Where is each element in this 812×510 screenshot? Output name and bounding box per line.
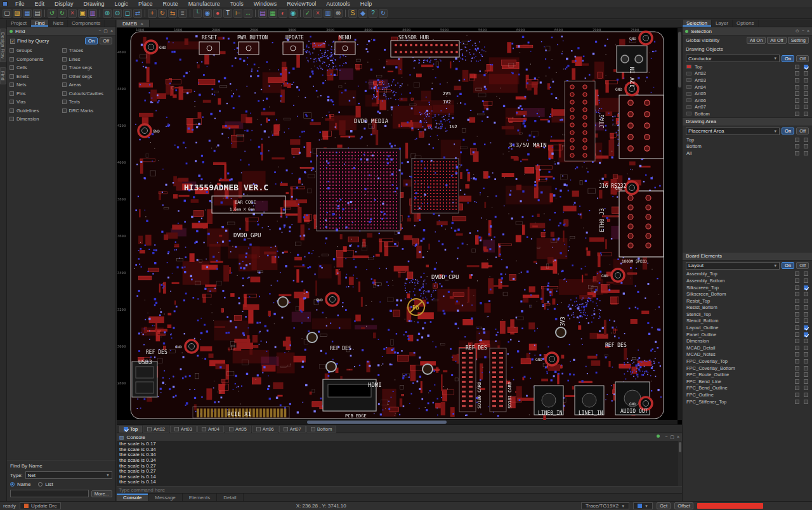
- board-element-checkbox-1[interactable]: [795, 312, 799, 317]
- checkbox[interactable]: [10, 57, 14, 62]
- conductor-layer-row[interactable]: Art03: [683, 77, 812, 84]
- board-element-checkbox-1[interactable]: [795, 318, 799, 323]
- board-element-row[interactable]: Silkscreen_Top: [683, 284, 812, 291]
- conductor-layer-row[interactable]: Art04: [683, 84, 812, 91]
- find-checkbox-item[interactable]: Texts: [62, 99, 114, 105]
- layer-checkbox-1[interactable]: [795, 112, 799, 116]
- board-element-checkbox-1[interactable]: [795, 346, 799, 350]
- copy-icon[interactable]: ▣: [78, 9, 87, 18]
- layer-checkbox-1[interactable]: [795, 78, 799, 82]
- minimize-icon[interactable]: −: [98, 29, 101, 34]
- left-panel-tab[interactable]: Components: [68, 20, 105, 27]
- refresh-icon[interactable]: ↻: [379, 9, 388, 18]
- placement-off-button[interactable]: Off: [796, 128, 809, 134]
- board-element-checkbox-2[interactable]: [804, 312, 808, 317]
- menu-item[interactable]: File: [10, 1, 30, 7]
- board-element-checkbox-1[interactable]: [795, 271, 799, 276]
- board-element-checkbox-1[interactable]: [795, 400, 799, 404]
- find-checkbox-item[interactable]: Enets: [10, 74, 61, 79]
- right-panel-tab[interactable]: Layer: [712, 20, 733, 27]
- layer-checkbox-1[interactable]: [795, 85, 799, 89]
- menu-item[interactable]: Logic: [110, 1, 134, 7]
- rail-tab[interactable]: Find: [0, 67, 6, 84]
- global-visibility-button[interactable]: All On: [747, 37, 766, 44]
- board-element-checkbox-1[interactable]: [795, 305, 799, 310]
- board-element-row[interactable]: FPC_Coverlay_Top: [683, 358, 812, 365]
- left-panel-tab[interactable]: Nets: [49, 20, 67, 27]
- error-marker-icon[interactable]: ×: [313, 9, 322, 18]
- board-element-checkbox-1[interactable]: [795, 359, 799, 363]
- drawing-area-row[interactable]: All: [683, 150, 812, 157]
- board-element-checkbox-1[interactable]: [795, 366, 799, 370]
- conductor-layer-row[interactable]: Art05: [683, 90, 812, 97]
- console-log[interactable]: the scale is 0.19the scale is 0.19the sc…: [117, 441, 682, 486]
- layer-checkbox-2[interactable]: [804, 91, 808, 96]
- board-element-row[interactable]: FPC_Outline: [683, 391, 812, 398]
- command-input[interactable]: [119, 487, 680, 493]
- checkbox[interactable]: [62, 108, 67, 113]
- board-element-checkbox-2[interactable]: [804, 299, 808, 303]
- board-element-checkbox-2[interactable]: [804, 278, 808, 283]
- route-icon[interactable]: └: [193, 9, 202, 18]
- board-element-checkbox-2[interactable]: [804, 386, 808, 390]
- find-checkbox-item[interactable]: Traces: [62, 48, 114, 53]
- layer-checkbox-1[interactable]: [795, 65, 799, 69]
- layer-checkbox-2[interactable]: [804, 65, 808, 69]
- conductor-layer-row[interactable]: Art07: [683, 104, 812, 111]
- print-icon[interactable]: ▤: [33, 9, 42, 18]
- close-icon[interactable]: ×: [807, 29, 809, 34]
- menu-item[interactable]: Place: [133, 1, 158, 7]
- board-element-checkbox-1[interactable]: [795, 299, 799, 303]
- zoom-in-icon[interactable]: ⊕: [103, 9, 112, 18]
- save-icon[interactable]: ▦: [23, 9, 32, 18]
- color-icon[interactable]: ◐: [278, 9, 287, 18]
- board-element-checkbox-2[interactable]: [804, 285, 808, 290]
- rail-tab[interactable]: Design Flow: [0, 29, 6, 62]
- close-icon[interactable]: ×: [677, 435, 679, 440]
- find-checkbox-item[interactable]: Areas: [62, 82, 114, 88]
- board-element-checkbox-1[interactable]: [795, 332, 799, 337]
- find-checkbox-item[interactable]: Cells: [10, 65, 61, 70]
- menu-item[interactable]: Manufacture: [183, 1, 225, 7]
- get-button[interactable]: Get: [657, 502, 671, 509]
- minimize-icon[interactable]: −: [665, 435, 667, 440]
- board-element-checkbox-2[interactable]: [804, 393, 808, 397]
- menu-item[interactable]: Autotools: [321, 1, 355, 7]
- checkbox[interactable]: [62, 74, 67, 79]
- board-element-row[interactable]: Stencil_Bottom: [683, 318, 812, 325]
- layers-icon[interactable]: ▤: [258, 9, 267, 18]
- console-tab[interactable]: Message: [148, 494, 182, 501]
- board-element-row[interactable]: MCAD_Notes: [683, 351, 812, 358]
- checkbox[interactable]: [62, 82, 67, 87]
- layer-checkbox-1[interactable]: [795, 91, 799, 96]
- board-element-checkbox-1[interactable]: [795, 292, 799, 296]
- find-checkbox-item[interactable]: Cutouts/Cavities: [62, 91, 114, 96]
- checkbox[interactable]: [10, 74, 14, 79]
- console-tab[interactable]: Detail: [217, 494, 243, 501]
- type-dropdown[interactable]: Net ▼: [25, 471, 112, 479]
- conductor-layer-row[interactable]: Art06: [683, 97, 812, 104]
- board-element-row[interactable]: FPC_Bend_Line: [683, 378, 812, 385]
- board-element-row[interactable]: Assembly_Top: [683, 271, 812, 278]
- checkbox[interactable]: [62, 65, 67, 70]
- layer-checkbox-2[interactable]: [804, 78, 808, 82]
- pin-icon[interactable]: ⊙: [796, 29, 799, 34]
- mirror-icon[interactable]: ⇆: [168, 9, 177, 18]
- left-panel-tab[interactable]: Find: [31, 20, 49, 27]
- conductor-on-button[interactable]: On: [782, 55, 794, 62]
- align-icon[interactable]: ≡: [178, 9, 187, 18]
- board-element-row[interactable]: FPC_Route_Outline: [683, 371, 812, 378]
- drawing-area-checkbox-1[interactable]: [795, 151, 799, 155]
- layout-off-button[interactable]: Off: [796, 262, 809, 269]
- menu-item[interactable]: Route: [158, 1, 183, 7]
- checkbox[interactable]: [10, 117, 14, 121]
- board-element-checkbox-2[interactable]: [804, 292, 808, 296]
- layer-tab[interactable]: Bottom: [306, 426, 337, 433]
- pad-icon[interactable]: ●: [213, 9, 222, 18]
- find-checkbox-item[interactable]: DRC Marks: [62, 108, 114, 114]
- new-file-icon[interactable]: ▢: [3, 9, 11, 18]
- layer-visibility-checkbox[interactable]: [311, 427, 315, 431]
- drawing-area-row[interactable]: Bottom: [683, 143, 812, 150]
- board-element-checkbox-2[interactable]: [804, 346, 808, 350]
- find-checkbox-item[interactable]: Other segs: [62, 74, 114, 79]
